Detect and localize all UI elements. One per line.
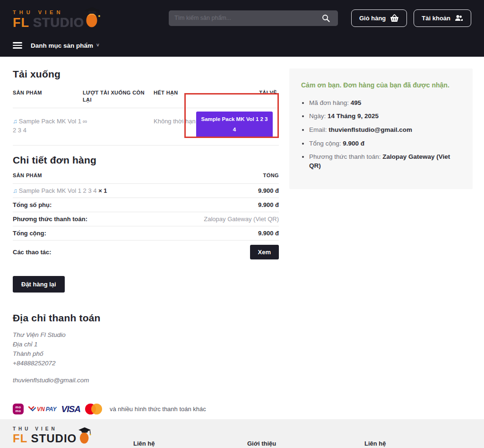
billing-address-line1: Địa chỉ 1 <box>13 340 279 349</box>
footer-fruit-logo-icon <box>77 427 93 445</box>
order-payment-method-item: Phương thức thanh toán: Zalopay Gateway … <box>309 153 461 170</box>
users-icon <box>455 15 463 21</box>
actions-label: Các thao tác: <box>13 249 52 256</box>
momo-icon: momo <box>13 404 24 414</box>
downloads-col-expires: HẾT HẠN <box>154 89 196 104</box>
download-row: ♫Sample Pack MK Vol 1 2 3 4 ∞ Không thời… <box>13 108 279 146</box>
payment-methods-strip: momo VNPAY VISA và nhiều hình thức thanh… <box>13 404 206 414</box>
product-categories-menu[interactable]: Danh mục sản phẩm ˅ <box>31 42 99 49</box>
search-input[interactable] <box>169 10 338 26</box>
order-subtotal-row: Tổng số phụ: 9.900 đ <box>13 198 279 212</box>
view-order-button[interactable]: Xem <box>250 245 279 259</box>
download-expires-value: Không thời hạn <box>154 112 196 138</box>
site-logo[interactable]: THU VIEN FL STUDIO <box>13 7 169 29</box>
account-button-label: Tài khoản <box>422 15 450 22</box>
order-col-product: SẢN PHẨM <box>13 172 42 179</box>
download-product-link[interactable]: ♫Sample Pack MK Vol 1 2 3 4 <box>13 112 83 138</box>
mastercard-icon <box>85 404 102 414</box>
basket-icon <box>390 14 399 22</box>
music-note-icon: ♫ <box>13 187 17 194</box>
fl-fruit-logo-icon <box>82 7 102 28</box>
cart-button[interactable]: Giỏ hàng <box>351 9 407 27</box>
order-confirmation-panel: Cảm ơn bạn. Đơn hàng của bạn đã được nhậ… <box>289 69 473 189</box>
logo-main-text: FL STUDIO <box>13 17 84 29</box>
music-note-icon: ♫ <box>13 118 17 125</box>
downloads-col-product: SẢN PHẨM <box>13 89 83 104</box>
search-bar <box>169 10 338 26</box>
site-footer: THU VIEN FL STUDIO Liên hệ Giới thiệu Li… <box>0 419 484 448</box>
order-details-title: Chi tiết đơn hàng <box>13 155 279 166</box>
payment-note: và nhiều hình thức thanh toán khác <box>110 405 206 413</box>
footer-logo-main-text: FL STUDIO <box>13 433 77 444</box>
order-date-item: Ngày: 14 Tháng 9, 2025 <box>309 112 461 121</box>
reorder-button[interactable]: Đặt hàng lại <box>13 276 65 293</box>
order-product-link[interactable]: ♫Sample Pack MK Vol 1 2 3 4 × 1 <box>13 187 107 194</box>
order-col-total: TỔNG <box>263 172 279 179</box>
vnpay-icon: VNPAY <box>28 405 57 413</box>
billing-address: Thư Viện Fl Studio Địa chỉ 1 Thành phố +… <box>13 330 279 368</box>
footer-logo: THU VIEN FL STUDIO <box>13 427 93 445</box>
order-details-table: SẢN PHẨM TỔNG ♫Sample Pack MK Vol 1 2 3 … <box>13 172 279 264</box>
footer-heading-about: Giới thiệu <box>247 440 276 447</box>
order-product-row: ♫Sample Pack MK Vol 1 2 3 4 × 1 9.900 đ <box>13 184 279 198</box>
billing-city: Thành phố <box>13 349 279 359</box>
downloads-remaining-value: ∞ <box>83 112 154 138</box>
billing-name: Thư Viện Fl Studio <box>13 330 279 340</box>
billing-phone: +84888252072 <box>13 359 279 368</box>
downloads-col-remaining: LƯỢT TẢI XUỐNG CÒN LẠI <box>83 89 154 104</box>
order-number-item: Mã đơn hàng: 495 <box>309 99 461 107</box>
downloads-title: Tải xuống <box>13 69 279 80</box>
account-button[interactable]: Tài khoản <box>414 9 471 27</box>
footer-heading-contact-2: Liên hệ <box>364 440 386 447</box>
order-total-item: Tổng cộng: 9.900 đ <box>309 139 461 148</box>
logo-top-text: THU VIEN <box>13 10 84 15</box>
order-total-row: Tổng cộng: 9.900 đ <box>13 226 279 241</box>
billing-email: thuvienflstudio@gmail.com <box>13 377 279 384</box>
order-payment-method-row: Phương thức thanh toán: Zalopay Gateway … <box>13 212 279 226</box>
visa-icon: VISA <box>61 404 80 414</box>
order-product-total: 9.900 đ <box>258 187 279 194</box>
order-email-item: Email: thuvienflstudio@gmail.com <box>309 126 461 134</box>
footer-heading-contact-1: Liên hệ <box>133 440 155 447</box>
order-summary-list: Mã đơn hàng: 495 Ngày: 14 Tháng 9, 2025 … <box>309 99 461 170</box>
order-received-message: Cảm ơn bạn. Đơn hàng của bạn đã được nhậ… <box>301 81 461 90</box>
hamburger-menu-icon[interactable] <box>13 42 22 49</box>
footer-logo-top-text: THU VIEN <box>13 427 77 431</box>
cart-button-label: Giỏ hàng <box>359 15 386 22</box>
chevron-down-icon: ˅ <box>96 43 99 48</box>
site-header: THU VIEN FL STUDIO <box>0 0 484 57</box>
billing-address-title: Địa chỉ thanh toán <box>13 312 279 324</box>
downloads-col-download: TẢI VỀ <box>196 89 279 104</box>
search-icon[interactable] <box>322 12 336 25</box>
order-actions-row: Các thao tác: Xem <box>13 241 279 264</box>
downloads-table: SẢN PHẨM LƯỢT TẢI XUỐNG CÒN LẠI HẾT HẠN … <box>13 89 279 146</box>
download-file-button[interactable]: Sample Pack MK Vol 1 2 3 4 <box>196 112 273 138</box>
